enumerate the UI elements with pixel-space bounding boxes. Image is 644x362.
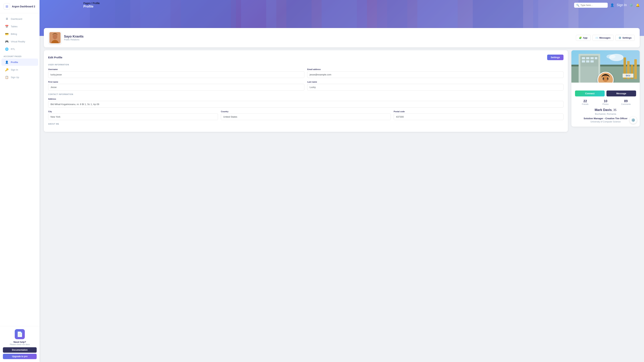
sidebar-item-label: Virtual Reality — [11, 40, 25, 43]
topbar-right: 🔍 👤 Sign In ⚙️ 🔔 — [574, 3, 640, 8]
lastname-label: Last name — [307, 81, 564, 83]
person-name: Mark Davis, 35 — [575, 108, 636, 112]
sidebar-nav: 🖥 Dashboard 📅 Tables 💳 Billing 🎮 Virtual… — [0, 13, 40, 326]
account-section-label: ACCOUNT PAGES — [0, 53, 40, 58]
sidebar-item-label: RTL — [11, 48, 15, 50]
sidebar-logo: ⊞ Argon Dashboard 2 — [0, 0, 40, 13]
settings-header-button[interactable]: ⚙️ Settings — [616, 35, 635, 41]
profile-card-hero: DCU — [572, 50, 640, 83]
svg-rect-20 — [582, 57, 585, 59]
rtl-icon: 🌐 — [5, 47, 8, 51]
address-label: Address — [48, 98, 564, 100]
svg-rect-22 — [590, 57, 594, 59]
sidebar-item-tables[interactable]: 📅 Tables — [2, 23, 38, 30]
app-icon: 🧩 — [579, 36, 582, 39]
search-input[interactable] — [580, 4, 606, 6]
person-age: , 35 — [612, 108, 616, 111]
friends-stat: 22 Friends — [575, 99, 595, 105]
svg-text:DCU: DCU — [626, 74, 630, 77]
sidebar-item-sign-in[interactable]: 🔑 Sign In — [2, 66, 38, 73]
sidebar-item-rtl[interactable]: 🌐 RTL — [2, 45, 38, 53]
country-input[interactable] — [221, 113, 391, 120]
app-name: Argon Dashboard 2 — [12, 5, 35, 8]
profile-name: Sayo Kravits — [64, 35, 84, 38]
city-input[interactable] — [48, 113, 218, 120]
main-content: Pages / Profile Profile 🔍 👤 Sign In ⚙️ 🔔 — [40, 0, 644, 362]
email-label: Email address — [307, 68, 564, 70]
columns-layout: Edit Profile Settings USER INFORMATION U… — [44, 50, 640, 358]
vr-icon: 🎮 — [5, 40, 8, 43]
sidebar-item-profile[interactable]: 👤 Profile — [2, 58, 38, 66]
person-education: University of Computer Science — [575, 120, 636, 123]
app-button[interactable]: 🧩 App — [576, 35, 590, 41]
user-icon[interactable]: 👤 — [610, 3, 614, 7]
sidebar-item-label: Tables — [11, 25, 18, 28]
settings-label: Settings — [622, 36, 632, 39]
sidebar-help: 📄 Need help? Please check our docs Docum… — [0, 326, 40, 362]
profile-identity: Sayo Kravits Public Relations — [49, 31, 84, 44]
sidebar-item-sign-up[interactable]: 📋 Sign Up — [2, 74, 38, 81]
connect-button[interactable]: Connect — [575, 90, 605, 96]
search-box[interactable]: 🔍 — [574, 3, 608, 8]
email-input[interactable] — [307, 71, 564, 78]
bell-icon[interactable]: 🔔 — [636, 3, 640, 7]
country-label: Country — [221, 110, 391, 113]
address-input[interactable] — [48, 101, 564, 108]
postal-input[interactable] — [394, 113, 564, 120]
form-group-address: Address — [48, 98, 564, 108]
settings-icon[interactable]: ⚙️ — [629, 3, 633, 7]
sign-in-label[interactable]: Sign In — [617, 3, 627, 7]
profile-header-card: Sayo Kravits Public Relations 🧩 App ✉️ M… — [44, 28, 640, 47]
firstname-label: First name — [48, 81, 304, 83]
right-col: DCU — [572, 50, 640, 358]
svg-point-13 — [53, 34, 57, 39]
messages-button[interactable]: ✉️ Messages — [592, 35, 614, 41]
profile-role: Public Relations — [64, 38, 84, 41]
upgrade-button[interactable]: Upgrade to pro — [3, 354, 37, 359]
search-icon: 🔍 — [576, 4, 579, 7]
profile-card-settings-button[interactable]: ⚙️ — [630, 116, 637, 124]
documentation-button[interactable]: Documentation — [3, 347, 37, 353]
svg-rect-25 — [586, 60, 590, 62]
profile-avatar-image — [50, 32, 60, 43]
app-label: App — [583, 36, 588, 39]
sidebar-item-label: Profile — [11, 61, 18, 63]
svg-point-41 — [607, 78, 608, 79]
comments-count: 89 — [616, 99, 636, 103]
lastname-input[interactable] — [307, 84, 564, 90]
city-label: City — [48, 110, 218, 113]
breadcrumb-current-small: Profile — [92, 2, 100, 5]
settings-icon: ⚙️ — [618, 36, 621, 39]
form-row-3: City Country Postal code — [48, 110, 564, 120]
firstname-input[interactable] — [48, 84, 304, 90]
svg-rect-26 — [590, 60, 594, 62]
svg-rect-30 — [634, 59, 637, 79]
help-title: Need help? — [3, 341, 37, 343]
sign-up-icon: 📋 — [5, 75, 8, 79]
profile-icon: 👤 — [5, 60, 8, 64]
settings-primary-button[interactable]: Settings — [547, 54, 564, 60]
messages-label: Messages — [600, 36, 610, 39]
comments-stat: 89 Comments — [616, 99, 636, 105]
profile-actions: 🧩 App ✉️ Messages ⚙️ Settings — [576, 35, 635, 41]
form-group-country: Country — [221, 110, 391, 120]
sidebar-item-billing[interactable]: 💳 Billing — [2, 30, 38, 37]
contact-section: CONTACT INFORMATION — [48, 93, 564, 95]
message-button[interactable]: Message — [606, 90, 636, 96]
topbar: Pages / Profile Profile 🔍 👤 Sign In ⚙️ 🔔 — [79, 0, 644, 10]
username-input[interactable] — [48, 71, 304, 78]
svg-rect-39 — [607, 77, 608, 78]
profile-info: Sayo Kravits Public Relations — [64, 35, 84, 41]
help-icon: 📄 — [15, 329, 25, 339]
billing-icon: 💳 — [5, 32, 8, 36]
form-group-username: Username — [48, 68, 304, 78]
about-me-section: ABOUT ME — [48, 123, 564, 125]
user-info-section: USER INFORMATION — [48, 64, 564, 66]
dashboard-icon: 🖥 — [5, 17, 8, 21]
svg-rect-24 — [582, 60, 585, 62]
person-location: Bucharest, Romania — [575, 113, 636, 115]
sidebar-item-dashboard[interactable]: 🖥 Dashboard — [2, 15, 38, 22]
sidebar-item-virtual-reality[interactable]: 🎮 Virtual Reality — [2, 38, 38, 45]
svg-rect-21 — [586, 57, 590, 59]
svg-rect-38 — [603, 77, 604, 78]
